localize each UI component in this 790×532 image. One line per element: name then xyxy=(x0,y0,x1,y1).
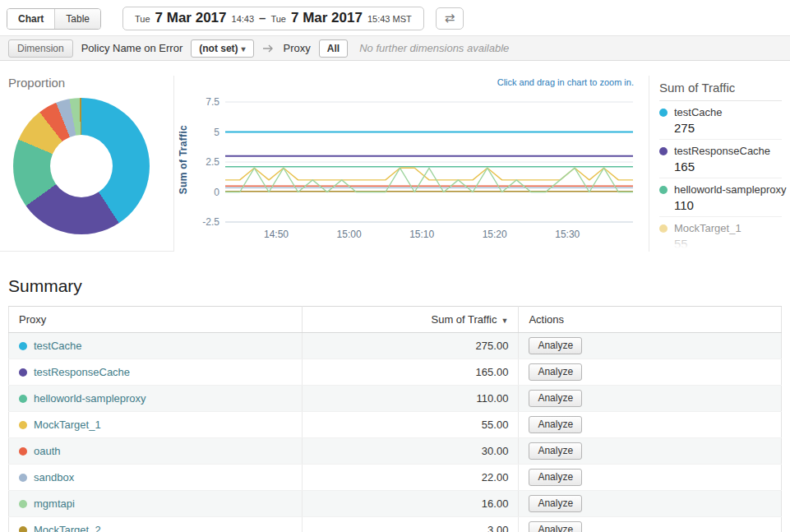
dimension-value-dropdown[interactable]: (not set)▾ xyxy=(191,39,253,58)
traffic-value: 110.00 xyxy=(303,386,519,412)
traffic-value: 16.00 xyxy=(303,491,519,517)
traffic-value: 3.00 xyxy=(303,517,519,532)
drill-dimension-label: Proxy xyxy=(284,42,311,54)
end-date: 7 Mar 2017 xyxy=(291,10,363,26)
analyze-button[interactable]: Analyze xyxy=(529,337,582,354)
legend-item-name: testCache xyxy=(674,106,723,118)
traffic-value: 22.00 xyxy=(303,465,519,491)
x-tick-label: 15:10 xyxy=(409,229,434,240)
analyze-button[interactable]: Analyze xyxy=(529,521,582,532)
top-toolbar: Chart Table Tue 7 Mar 2017 14:43 – Tue 7… xyxy=(0,0,790,35)
summary-title: Summary xyxy=(8,276,782,296)
y-tick-label: 2.5 xyxy=(206,156,219,168)
legend-item[interactable]: testCache275 xyxy=(659,101,782,140)
drill-value-button[interactable]: All xyxy=(319,39,348,58)
date-range-picker[interactable]: Tue 7 Mar 2017 14:43 – Tue 7 Mar 2017 15… xyxy=(122,7,424,30)
proxy-name: oauth xyxy=(34,445,61,457)
drill-arrow-icon xyxy=(262,44,275,53)
table-row: oauth30.00Analyze xyxy=(9,438,782,465)
proxy-name: helloworld-sampleproxy xyxy=(34,392,146,405)
traffic-line-chart[interactable]: 7.552.50-2.514:5015:0015:1015:2015:30 xyxy=(191,92,638,243)
series-color-dot xyxy=(659,186,668,194)
line-chart-panel: Click and drag in chart to zoom in. Sum … xyxy=(174,76,649,252)
refresh-icon: ⇄ xyxy=(445,11,455,25)
proportion-donut[interactable] xyxy=(13,98,150,234)
x-tick-label: 15:30 xyxy=(555,229,580,240)
no-dimensions-note: No further dimensions available xyxy=(359,42,509,54)
dimension-chip: Dimension xyxy=(8,39,73,58)
start-day: Tue xyxy=(135,14,150,24)
table-header-row: Proxy Sum of Traffic▼ Actions xyxy=(9,307,782,333)
traffic-value: 30.00 xyxy=(303,438,519,465)
y-tick-label: 5 xyxy=(214,127,219,138)
tab-chart[interactable]: Chart xyxy=(7,9,54,29)
y-tick-label: 0 xyxy=(214,187,219,198)
chevron-down-icon: ▾ xyxy=(242,44,246,53)
x-tick-label: 15:00 xyxy=(337,229,362,240)
analyze-button[interactable]: Analyze xyxy=(529,495,582,512)
legend-item[interactable]: MockTarget_155 xyxy=(659,217,782,252)
summary-table: Proxy Sum of Traffic▼ Actions testCache2… xyxy=(8,306,782,532)
plot-wrap: Sum of Traffic 7.552.50-2.514:5015:0015:… xyxy=(174,92,649,243)
dimension-value: (not set) xyxy=(199,43,238,54)
start-time: 14:43 xyxy=(232,14,255,24)
sort-desc-icon: ▼ xyxy=(501,317,508,325)
traffic-value: 55.00 xyxy=(303,412,519,438)
legend-item-name: MockTarget_1 xyxy=(674,222,741,234)
legend-item[interactable]: testResponseCache165 xyxy=(659,140,782,178)
series-color-dot xyxy=(19,447,27,456)
col-header-proxy: Proxy xyxy=(9,307,303,333)
series-color-dot xyxy=(19,368,27,377)
col-header-sum-label: Sum of Traffic xyxy=(431,313,497,326)
legend-panel: Sum of Traffic testCache275testResponseC… xyxy=(649,76,790,252)
table-row: MockTarget_155.00Analyze xyxy=(9,412,782,438)
col-header-sum-of-traffic[interactable]: Sum of Traffic▼ xyxy=(303,307,519,333)
legend-item[interactable]: helloworld-sampleproxy110 xyxy=(659,178,782,217)
traffic-value: 165.00 xyxy=(303,359,519,386)
table-row: MockTarget_23.00Analyze xyxy=(9,517,782,532)
tab-table[interactable]: Table xyxy=(54,9,100,29)
proxy-name: mgmtapi xyxy=(34,497,75,510)
dimension-name: Policy Name on Error xyxy=(81,42,183,54)
analyze-button[interactable]: Analyze xyxy=(529,363,582,381)
dimension-bar: Dimension Policy Name on Error (not set)… xyxy=(0,35,790,61)
proportion-panel: Proportion xyxy=(0,76,174,252)
proxy-name: testResponseCache xyxy=(34,366,130,378)
proportion-title: Proportion xyxy=(8,76,173,90)
analyze-button[interactable]: Analyze xyxy=(529,416,582,433)
chart-table-toggle: Chart Table xyxy=(7,8,101,30)
end-day: Tue xyxy=(270,14,286,24)
analyze-button[interactable]: Analyze xyxy=(529,390,582,407)
legend-item-value: 55 xyxy=(674,237,782,251)
analyze-button[interactable]: Analyze xyxy=(529,442,582,460)
legend-item-value: 165 xyxy=(674,160,782,173)
col-header-actions: Actions xyxy=(519,307,782,333)
table-row: testCache275.00Analyze xyxy=(9,333,782,359)
legend-item-value: 275 xyxy=(674,121,782,135)
zoom-hint: Click and drag in chart to zoom in. xyxy=(497,77,634,87)
summary-section: Summary Proxy Sum of Traffic▼ Actions te… xyxy=(0,276,790,532)
series-color-dot xyxy=(659,109,668,117)
table-row: testResponseCache165.00Analyze xyxy=(9,359,782,386)
series-color-dot xyxy=(19,500,27,508)
table-row: sandbox22.00Analyze xyxy=(9,465,782,491)
proxy-name: testCache xyxy=(34,340,82,352)
series-color-dot xyxy=(19,342,27,350)
x-tick-label: 14:50 xyxy=(264,229,289,240)
legend-item-name: helloworld-sampleproxy xyxy=(674,183,787,196)
legend-items: testCache275testResponseCache165hellowor… xyxy=(659,101,782,252)
date-range-separator: – xyxy=(259,11,266,25)
x-tick-label: 15:20 xyxy=(483,229,507,240)
y-axis-label: Sum of Traffic xyxy=(178,125,189,194)
table-row: helloworld-sampleproxy110.00Analyze xyxy=(9,386,782,412)
table-row: mgmtapi16.00Analyze xyxy=(9,491,782,517)
traffic-value: 275.00 xyxy=(303,333,519,359)
series-color-dot xyxy=(19,474,27,482)
charts-row: Proportion Click and drag in chart to zo… xyxy=(0,76,790,252)
series-color-dot xyxy=(19,421,27,429)
series-color-dot xyxy=(659,147,668,155)
analyze-button[interactable]: Analyze xyxy=(529,469,582,486)
y-tick-label: -2.5 xyxy=(202,216,219,228)
refresh-button[interactable]: ⇄ xyxy=(436,7,464,30)
series-color-dot xyxy=(19,395,27,403)
